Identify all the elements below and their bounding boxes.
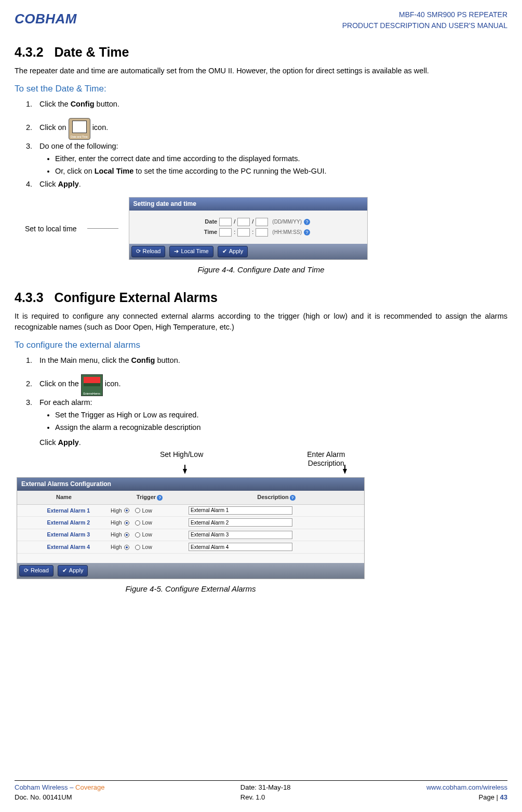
step-432-3-b2: Or, click on Local Time to set the time … bbox=[55, 166, 507, 177]
step-432-1: Click the Config button. bbox=[34, 99, 507, 110]
header-doc-title: MBF-40 SMR900 PS REPEATER PRODUCT DESCRI… bbox=[342, 9, 507, 31]
arrow-down-icon bbox=[343, 469, 347, 474]
table-row: External Alarm 4 High Low bbox=[17, 541, 364, 553]
figure-4-4-caption: Figure 4-4. Configure Date and Time bbox=[15, 264, 507, 276]
check-icon: ✔ bbox=[222, 247, 227, 256]
help-icon[interactable]: ? bbox=[304, 229, 310, 235]
arrow-icon: ➔ bbox=[174, 247, 179, 256]
date-label: Date bbox=[186, 218, 217, 226]
radio-high[interactable] bbox=[124, 545, 129, 550]
datetime-panel: Setting date and time Date // (DD/MM/YY)… bbox=[129, 197, 368, 260]
help-icon[interactable]: ? bbox=[157, 495, 163, 501]
alarm-name: External Alarm 1 bbox=[17, 507, 111, 515]
step-432-2: Click on icon. bbox=[34, 117, 507, 139]
external-alarms-icon bbox=[81, 374, 103, 396]
footer-center: Date: 31-May-18 Rev. 1.0 bbox=[240, 783, 291, 803]
time-hh-input[interactable] bbox=[219, 228, 232, 237]
step-433-3: For each alarm: Set the Trigger as High … bbox=[34, 397, 507, 433]
section-432-intro: The repeater date and time are automatic… bbox=[15, 66, 507, 76]
section-432-sub: To set the Date & Time: bbox=[15, 83, 507, 96]
table-row: External Alarm 2 High Low bbox=[17, 517, 364, 529]
time-ss-input[interactable] bbox=[256, 228, 268, 237]
steps-432: Click the Config button. Click on icon. … bbox=[15, 99, 507, 190]
date-yy-input[interactable] bbox=[256, 218, 268, 226]
annot-enter-desc: Enter AlarmDescription bbox=[307, 450, 345, 468]
alarm-name: External Alarm 4 bbox=[17, 543, 111, 551]
col-trigger: Trigger? bbox=[111, 491, 189, 504]
section-433-title: Configure External Alarms bbox=[54, 290, 217, 305]
step-433-3-b1: Set the Trigger as High or Low as requir… bbox=[55, 410, 507, 421]
datetime-panel-title: Setting date and time bbox=[129, 198, 367, 211]
table-row: External Alarm 1 High Low bbox=[17, 505, 364, 517]
col-description: Description? bbox=[189, 491, 364, 504]
radio-low[interactable] bbox=[135, 508, 140, 513]
alarm-desc-input[interactable] bbox=[189, 518, 292, 527]
external-alarms-panel: External Alarms Configuration Name Trigg… bbox=[17, 477, 365, 579]
alarm-desc-input[interactable] bbox=[189, 506, 292, 515]
step-432-3: Do one of the following: Either, enter t… bbox=[34, 141, 507, 177]
help-icon[interactable]: ? bbox=[290, 495, 296, 501]
step-432-4: Click Apply. bbox=[34, 179, 507, 190]
section-432-heading: 4.3.2 Date & Time bbox=[15, 43, 507, 61]
footer-left: Cobham Wireless – Coverage Doc. No. 0014… bbox=[15, 783, 104, 803]
time-mm-input[interactable] bbox=[237, 228, 250, 237]
reload-icon: ⟳ bbox=[136, 247, 141, 256]
radio-low[interactable] bbox=[135, 532, 140, 538]
time-format: (HH:MM:SS) bbox=[272, 229, 302, 237]
alarm-desc-input[interactable] bbox=[189, 531, 292, 539]
arrow-down-icon bbox=[183, 469, 187, 474]
section-432-num: 4.3.2 bbox=[15, 45, 44, 59]
local-time-button[interactable]: ➔Local Time bbox=[169, 246, 213, 257]
callout-connector bbox=[87, 228, 118, 229]
reload-icon: ⟳ bbox=[24, 567, 29, 575]
step-432-3-b1: Either, enter the correct date and time … bbox=[55, 153, 507, 164]
annotation-arrows bbox=[15, 469, 507, 477]
radio-high[interactable] bbox=[124, 520, 129, 526]
help-icon[interactable]: ? bbox=[304, 219, 310, 225]
step-433-3-b2: Assign the alarm a recognizable descript… bbox=[55, 422, 507, 433]
alarm-name: External Alarm 2 bbox=[17, 519, 111, 527]
apply-button[interactable]: ✔Apply bbox=[218, 246, 248, 257]
external-alarms-thead: Name Trigger? Description? bbox=[17, 491, 364, 505]
figure-4-5-annotations: Set High/Low Enter AlarmDescription bbox=[15, 450, 507, 468]
page-header: COBHAM MBF-40 SMR900 PS REPEATER PRODUCT… bbox=[15, 9, 507, 31]
check-icon: ✔ bbox=[62, 567, 67, 575]
section-433-intro: It is required to configure any connecte… bbox=[15, 311, 507, 333]
section-432-title: Date & Time bbox=[54, 45, 129, 59]
step-433-4: Click Apply. bbox=[34, 437, 81, 448]
section-433-num: 4.3.3 bbox=[15, 290, 44, 305]
section-433-sub: To configure the external alarms bbox=[15, 339, 507, 352]
figure-4-4: Set to local time Setting date and time … bbox=[15, 197, 507, 276]
external-alarms-panel-title: External Alarms Configuration bbox=[17, 478, 364, 491]
steps-433: In the Main menu, click the Config butto… bbox=[15, 355, 507, 450]
radio-high[interactable] bbox=[124, 532, 129, 538]
date-format: (DD/MM/YY) bbox=[272, 218, 302, 226]
table-row: External Alarm 3 High Low bbox=[17, 529, 364, 541]
step-433-2: Click on the icon. bbox=[34, 373, 507, 395]
date-time-icon bbox=[69, 118, 90, 140]
col-name: Name bbox=[17, 491, 111, 504]
time-label: Time bbox=[186, 228, 217, 237]
page-footer: Cobham Wireless – Coverage Doc. No. 0014… bbox=[15, 780, 507, 803]
footer-right: www.cobham.com/wireless Page | 43 bbox=[426, 783, 507, 803]
date-dd-input[interactable] bbox=[219, 218, 232, 226]
radio-high[interactable] bbox=[124, 508, 129, 513]
header-line2: PRODUCT DESCRIPTION AND USER'S MANUAL bbox=[342, 20, 507, 31]
reload-button[interactable]: ⟳Reload bbox=[19, 565, 53, 577]
date-mm-input[interactable] bbox=[237, 218, 250, 226]
step-433-1: In the Main menu, click the Config butto… bbox=[34, 355, 507, 366]
apply-button[interactable]: ✔Apply bbox=[58, 565, 88, 577]
reload-button[interactable]: ⟳Reload bbox=[131, 246, 166, 257]
annot-set-high-low: Set High/Low bbox=[160, 450, 203, 468]
header-line1: MBF-40 SMR900 PS REPEATER bbox=[342, 9, 507, 20]
radio-low[interactable] bbox=[135, 520, 140, 526]
section-433-heading: 4.3.3 Configure External Alarms bbox=[15, 288, 507, 307]
alarm-name: External Alarm 3 bbox=[17, 531, 111, 539]
alarm-desc-input[interactable] bbox=[189, 543, 292, 551]
callout-local-time: Set to local time bbox=[25, 224, 77, 234]
radio-low[interactable] bbox=[135, 545, 140, 550]
cobham-logo: COBHAM bbox=[15, 9, 77, 29]
figure-4-5-caption: Figure 4-5. Configure External Alarms bbox=[17, 583, 365, 595]
